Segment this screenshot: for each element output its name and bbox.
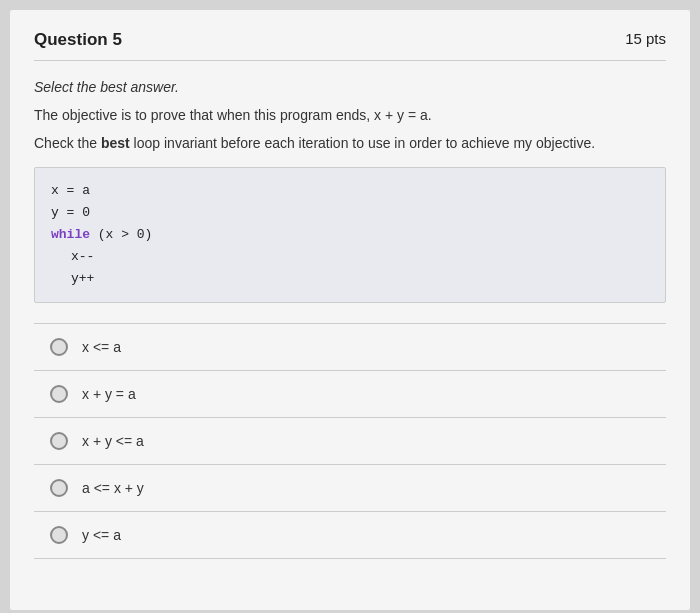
question-header: Question 5 15 pts [34, 30, 666, 61]
code-line-4: x-- [51, 246, 649, 268]
code-block: x = a y = 0 while (x > 0) x-- y++ [34, 167, 666, 303]
radio-4[interactable] [50, 479, 68, 497]
option-5[interactable]: y <= a [34, 512, 666, 559]
option-2-label: x + y = a [82, 386, 136, 402]
check-text: Check the best loop invariant before eac… [34, 135, 666, 151]
option-5-label: y <= a [82, 527, 121, 543]
page-container: Question 5 15 pts Select the best answer… [10, 10, 690, 610]
radio-5[interactable] [50, 526, 68, 544]
code-line-5: y++ [51, 268, 649, 290]
radio-2[interactable] [50, 385, 68, 403]
points-label: 15 pts [625, 30, 666, 47]
objective-text: The objective is to prove that when this… [34, 107, 666, 123]
keyword-while: while [51, 227, 90, 242]
check-bold: best [101, 135, 130, 151]
option-4[interactable]: a <= x + y [34, 465, 666, 512]
answer-options: x <= a x + y = a x + y <= a a <= x + y y… [34, 323, 666, 559]
code-line-2: y = 0 [51, 202, 649, 224]
question-title: Question 5 [34, 30, 122, 50]
code-line-3: while (x > 0) [51, 224, 649, 246]
instruction-text: Select the best answer. [34, 79, 666, 95]
option-2[interactable]: x + y = a [34, 371, 666, 418]
option-3[interactable]: x + y <= a [34, 418, 666, 465]
option-1[interactable]: x <= a [34, 323, 666, 371]
check-suffix: loop invariant before each iteration to … [130, 135, 595, 151]
option-4-label: a <= x + y [82, 480, 144, 496]
check-prefix: Check the [34, 135, 101, 151]
radio-3[interactable] [50, 432, 68, 450]
radio-1[interactable] [50, 338, 68, 356]
option-1-label: x <= a [82, 339, 121, 355]
code-line-1: x = a [51, 180, 649, 202]
option-3-label: x + y <= a [82, 433, 144, 449]
